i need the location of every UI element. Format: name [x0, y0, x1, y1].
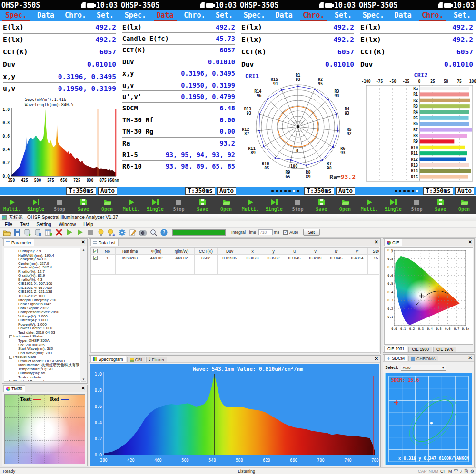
tree-item[interactable]: Type: OHSP-350A — [5, 339, 80, 343]
tree-item[interactable]: CIE1931 X: 567.106 — [5, 282, 80, 286]
column-header[interactable]: x — [242, 248, 263, 255]
save-icon[interactable] — [12, 228, 22, 237]
tree-item[interactable]: +Electrical Parameter — [5, 380, 80, 382]
column-header[interactable]: v' — [347, 248, 368, 255]
stop-button[interactable]: Stop — [48, 196, 71, 214]
device-tab-spec[interactable]: Spec. — [360, 11, 387, 21]
device-tab-chro[interactable]: Chro. — [419, 11, 446, 21]
integration-time-box[interactable]: T:350ms — [304, 187, 334, 195]
db-export-icon[interactable] — [23, 228, 32, 237]
tree-item[interactable]: Temperature(°C): 20 — [5, 367, 80, 372]
close-icon[interactable]: ✕ — [468, 239, 472, 245]
device-tab-data[interactable]: Data — [154, 11, 177, 21]
auto-box[interactable]: Auto — [217, 187, 236, 195]
column-header[interactable]: u' — [326, 248, 347, 255]
open-button[interactable]: Open — [333, 196, 357, 214]
edit-icon[interactable] — [128, 228, 137, 237]
stop-button[interactable]: Stop — [405, 196, 429, 214]
open-file-icon[interactable] — [2, 228, 11, 237]
expand-icon[interactable]: + — [9, 380, 12, 382]
tab-cie[interactable]: CIE — [384, 239, 402, 246]
tree-item[interactable]: Current(A): 1.000 — [5, 318, 80, 323]
column-header[interactable]: Φ(lm) — [144, 248, 169, 255]
stop-button[interactable]: Stop — [167, 196, 191, 214]
delete-icon[interactable] — [54, 228, 64, 237]
menu-help[interactable]: Help — [83, 222, 93, 227]
device-tab-chro[interactable]: Chro. — [62, 11, 89, 21]
collapse-icon[interactable]: - — [9, 356, 12, 359]
integral-time-input[interactable] — [258, 229, 273, 235]
tree-item[interactable]: CIE1931 Z: 621.138 — [5, 290, 80, 294]
tab-sdcm[interactable]: ✛SDCM — [384, 355, 407, 361]
header-checkbox[interactable]: ✓ — [93, 249, 98, 253]
db-save-icon[interactable] — [33, 228, 43, 237]
tree-item[interactable]: Peak(nm): 543.3 — [5, 258, 80, 262]
gear-icon[interactable] — [117, 228, 127, 237]
tree-item[interactable]: HalfWidth(nm): 195.4 — [5, 254, 80, 258]
menu-setting[interactable]: Setting — [36, 222, 51, 227]
close-icon[interactable]: ✕ — [468, 355, 472, 360]
device-tab-set[interactable]: Set. — [451, 11, 474, 21]
set-button[interactable]: Set — [303, 229, 320, 236]
single-button[interactable]: Single — [24, 196, 48, 214]
single-button[interactable]: Single — [262, 196, 286, 214]
tree-item[interactable]: Dark Signal: 2322 — [5, 307, 80, 311]
menu-file[interactable]: File — [5, 222, 12, 227]
bulb-1x-icon[interactable]: 1x — [107, 228, 116, 237]
play-multi-icon[interactable] — [65, 228, 74, 237]
device-tab-data[interactable]: Data — [273, 11, 296, 21]
close-icon[interactable]: ✕ — [375, 239, 378, 245]
row-checkbox[interactable]: ✓ — [93, 256, 98, 260]
tab-parameter[interactable]: Parameter — [3, 239, 34, 246]
device-tab-chro[interactable]: Chro. — [181, 11, 208, 21]
scroll-up-arrow[interactable]: ▲ — [81, 248, 86, 251]
mode-select[interactable]: Auto▾ — [401, 365, 446, 371]
search-icon[interactable] — [149, 228, 158, 237]
tab-cri[interactable]: CRI — [127, 357, 146, 362]
column-header[interactable]: Test time — [116, 248, 144, 255]
tree-item[interactable]: Product Model: OHSP-650T — [5, 359, 80, 364]
multi-button[interactable]: Multi. — [238, 196, 262, 214]
integration-time-box[interactable]: T:350ms — [66, 187, 96, 195]
tree-item[interactable]: G ratio(%): 82.9 — [5, 274, 80, 278]
tree-item[interactable]: Power Factor: 1.000 — [5, 327, 80, 331]
tree-item[interactable]: Peak Signal: 60042 — [5, 302, 80, 307]
scrollbar[interactable]: ▲▼ — [81, 248, 86, 382]
tab-data-list[interactable]: Data List — [90, 239, 119, 246]
close-icon[interactable]: ✕ — [81, 239, 85, 245]
save-button[interactable]: Save — [190, 196, 214, 214]
tab-chroma[interactable]: CHROMA — [408, 356, 438, 361]
save-button[interactable]: Save — [71, 196, 95, 214]
tree-item[interactable]: -Instrument Status — [5, 335, 80, 339]
single-button[interactable]: Single — [143, 196, 167, 214]
column-header[interactable]: u — [284, 248, 305, 255]
tree-item[interactable]: Centroid(nm): 547.4 — [5, 266, 80, 270]
bulb-icon[interactable] — [96, 228, 106, 237]
device-tab-spec[interactable]: Spec. — [241, 11, 268, 21]
tab-cie-1976[interactable]: CIE 1976 — [433, 347, 456, 352]
tree-item[interactable]: Compensate level: 2890 — [5, 310, 80, 315]
tab-cie-1931[interactable]: CIE 1931 — [384, 346, 407, 352]
menu-window[interactable]: Window — [59, 222, 76, 227]
tree-item[interactable]: R ratio(%): 12.7 — [5, 270, 80, 274]
device-tab-data[interactable]: Data — [392, 11, 415, 21]
device-tab-spec[interactable]: Spec. — [122, 11, 149, 21]
table-row[interactable]: ✓109:24:03449.02449.0265820.019050.30730… — [91, 255, 380, 261]
tree-item[interactable]: Voltage(V): 1.000 — [5, 315, 80, 319]
tree-item[interactable]: Test date: 2019-04-03 — [5, 331, 80, 335]
device-tab-data[interactable]: Data — [34, 11, 57, 21]
open-button[interactable]: Open — [214, 196, 238, 214]
tree-item[interactable]: SN: 201808725 — [5, 343, 80, 347]
integration-time-box[interactable]: T:350ms — [423, 187, 453, 195]
column-header[interactable]: ✓ — [91, 248, 99, 255]
tree-item[interactable]: Start Wave(nm): 380 — [5, 347, 80, 351]
column-header[interactable]: v — [305, 248, 326, 255]
tab-tm30[interactable]: TM30 — [3, 385, 25, 392]
tree-item[interactable]: Tester: admin — [5, 376, 80, 380]
tree-item[interactable]: CIE1931 Y: 657.429 — [5, 286, 80, 290]
column-header[interactable]: SDCM — [368, 248, 380, 255]
auto-checkbox[interactable]: ✓ — [283, 230, 288, 235]
tree-item[interactable]: B ratio(%): 4.3 — [5, 278, 80, 282]
save-button[interactable]: Save — [309, 196, 333, 214]
tree-item[interactable]: Humidity(%): 65 — [5, 371, 80, 376]
